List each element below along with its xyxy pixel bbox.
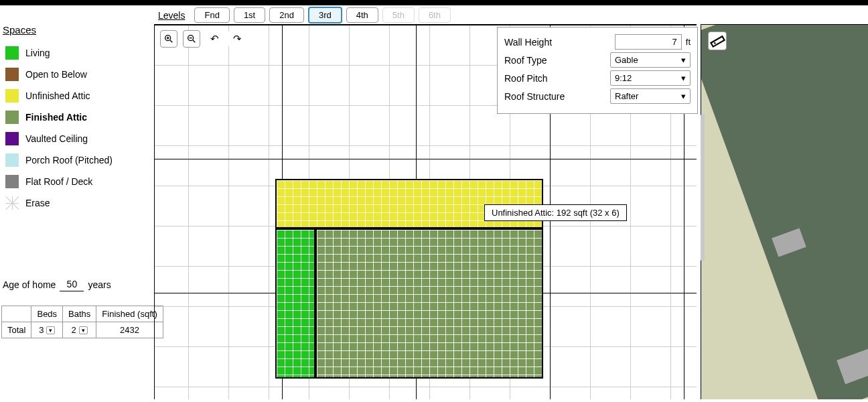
swatch-flat [5, 175, 19, 188]
age-label: Age of home [3, 279, 56, 290]
totals-table: Beds Baths Finished (sqft) Total 3▾ 2▾ 2… [1, 306, 163, 338]
finished-cell: 2432 [96, 322, 163, 338]
space-erase[interactable]: Erase [3, 192, 150, 214]
chevron-down-icon[interactable]: ▾ [79, 326, 88, 334]
swatch-living [5, 46, 19, 60]
measure-icon[interactable] [708, 31, 727, 50]
space-unfinished-attic[interactable]: Unfinished Attic [3, 85, 150, 107]
space-living[interactable]: Living [3, 42, 150, 64]
level-1st[interactable]: 1st [234, 7, 265, 23]
space-open-below[interactable]: Open to Below [3, 64, 150, 85]
spaces-title[interactable]: Spaces [3, 24, 150, 36]
level-3rd[interactable]: 3rd [308, 7, 342, 23]
space-finished-attic[interactable]: Finished Attic [3, 107, 150, 128]
preview-3d-panel[interactable] [701, 24, 868, 399]
svg-rect-7 [711, 36, 724, 46]
svg-line-1 [170, 40, 172, 42]
swatch-fin-attic [5, 111, 19, 124]
swatch-erase [5, 196, 19, 210]
level-4th[interactable]: 4th [346, 7, 378, 23]
svg-line-8 [714, 42, 715, 44]
roof-type-select[interactable]: Gable▾ [610, 52, 691, 68]
level-6th: 6th [419, 7, 451, 23]
roof-pitch-label: Roof Pitch [504, 73, 610, 84]
swatch-porch [5, 153, 19, 167]
level-5th: 5th [382, 7, 415, 23]
col-baths: Baths [63, 306, 96, 322]
levels-row: Levels Fnd 1st 2nd 3rd 4th 5th 6th [158, 7, 451, 23]
roof-structure-select[interactable]: Rafter▾ [610, 88, 691, 104]
col-beds: Beds [31, 306, 63, 322]
zoom-in-icon[interactable] [160, 30, 177, 48]
row-total-label: Total [2, 322, 31, 338]
space-vaulted[interactable]: Vaulted Ceiling [3, 128, 150, 149]
age-unit: years [88, 279, 111, 290]
svg-line-5 [193, 40, 195, 42]
levels-label[interactable]: Levels [158, 10, 185, 21]
space-label: Finished Attic [25, 112, 87, 123]
properties-panel: Wall Height ft Roof Type Gable▾ Roof Pit… [497, 27, 698, 114]
region-finished-attic[interactable] [315, 228, 543, 379]
undo-icon[interactable]: ↶ [206, 30, 223, 48]
roof-structure-label: Roof Structure [504, 91, 610, 102]
chevron-down-icon: ▾ [681, 73, 686, 83]
swatch-open-below [5, 68, 19, 81]
level-fnd[interactable]: Fnd [194, 7, 229, 23]
space-label: Unfinished Attic [25, 90, 90, 101]
region-living[interactable] [275, 228, 315, 379]
swatch-vaulted [5, 132, 19, 145]
space-porch[interactable]: Porch Roof (Pitched) [3, 149, 150, 171]
wall-height-label: Wall Height [504, 37, 615, 48]
baths-cell[interactable]: 2▾ [63, 322, 96, 338]
age-row: Age of home years [3, 277, 111, 291]
window-topbar [0, 0, 868, 5]
region-tooltip: Unfinished Attic: 192 sqft (32 x 6) [484, 204, 627, 221]
chevron-down-icon[interactable]: ▾ [46, 326, 55, 334]
space-label: Open to Below [25, 69, 87, 80]
space-label: Porch Roof (Pitched) [25, 155, 113, 165]
col-finished: Finished (sqft) [96, 306, 163, 322]
preview-roof [701, 25, 868, 399]
roof-type-label: Roof Type [504, 55, 610, 66]
space-label: Flat Roof / Deck [25, 176, 92, 187]
chevron-down-icon: ▾ [681, 55, 686, 65]
spaces-panel: Spaces Living Open to Below Unfinished A… [3, 24, 150, 214]
chevron-down-icon: ▾ [681, 91, 686, 101]
age-input[interactable] [60, 277, 84, 291]
redo-icon[interactable]: ↷ [228, 30, 246, 48]
space-label: Vaulted Ceiling [25, 133, 88, 144]
wall-height-unit: ft [686, 37, 691, 47]
space-flat-roof[interactable]: Flat Roof / Deck [3, 171, 150, 192]
preview-scrollbar[interactable] [701, 114, 705, 261]
space-label: Living [25, 48, 50, 58]
swatch-unfin-attic [5, 89, 19, 103]
space-label: Erase [25, 198, 50, 208]
zoom-out-icon[interactable] [183, 30, 200, 48]
level-2nd[interactable]: 2nd [269, 7, 304, 23]
wall-height-input[interactable] [615, 34, 682, 50]
roof-pitch-select[interactable]: 9:12▾ [610, 70, 691, 86]
canvas-tools: ↶ ↷ [160, 30, 246, 48]
beds-cell[interactable]: 3▾ [31, 322, 63, 338]
